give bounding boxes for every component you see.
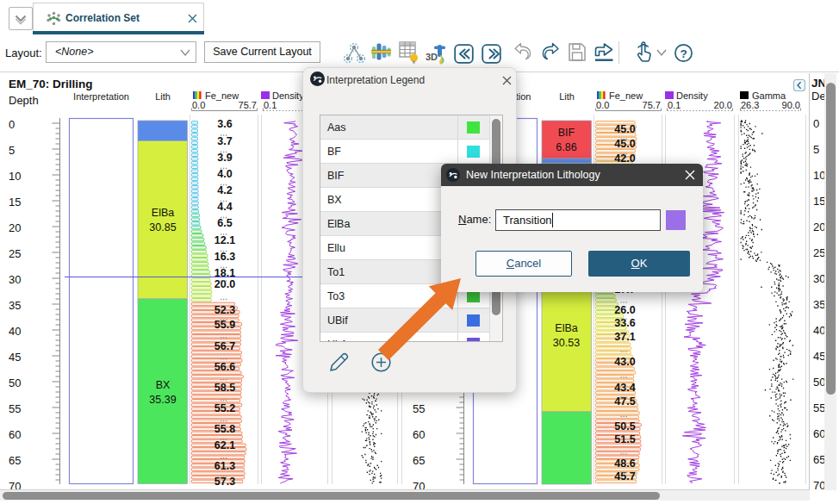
svg-text:0.1: 0.1 <box>668 100 681 110</box>
svg-text:3.6: 3.6 <box>217 118 232 130</box>
svg-text:40: 40 <box>9 325 21 338</box>
svg-text:57.3: 57.3 <box>214 476 235 488</box>
svg-text:90.0: 90.0 <box>782 100 800 110</box>
svg-text:30.85: 30.85 <box>149 221 176 233</box>
svg-text:61.3: 61.3 <box>214 460 235 472</box>
svg-text:Density: Density <box>272 90 304 101</box>
svg-text:58.5: 58.5 <box>214 382 235 394</box>
svg-text:48.6: 48.6 <box>614 457 635 470</box>
svg-text:BIF: BIF <box>558 127 575 139</box>
svg-text:ElBa: ElBa <box>152 207 174 219</box>
svg-text:5: 5 <box>813 143 819 156</box>
svg-text:45.0: 45.0 <box>614 123 635 135</box>
svg-text:52.3: 52.3 <box>214 304 235 316</box>
svg-text:43.4: 43.4 <box>614 382 635 394</box>
svg-text:Fe_new: Fe_new <box>205 90 239 101</box>
svg-text:35: 35 <box>9 299 21 312</box>
svg-text:50: 50 <box>9 376 21 389</box>
svg-text:Lith: Lith <box>155 91 171 102</box>
svg-text:45.7: 45.7 <box>614 470 635 482</box>
svg-text:20.0: 20.0 <box>714 100 732 110</box>
svg-text:0.0: 0.0 <box>192 100 205 110</box>
svg-text:62.1: 62.1 <box>214 439 235 451</box>
svg-text:55: 55 <box>9 402 21 415</box>
svg-text:Fe_new: Fe_new <box>609 90 643 101</box>
svg-text:47.5: 47.5 <box>614 395 635 408</box>
svg-text:65: 65 <box>413 454 425 467</box>
svg-text:BX: BX <box>156 379 171 391</box>
svg-text:56.7: 56.7 <box>214 340 235 352</box>
svg-text:37.1: 37.1 <box>614 331 635 343</box>
svg-text:Depth: Depth <box>9 94 39 107</box>
svg-text:55.9: 55.9 <box>214 319 235 331</box>
svg-text:EM_70: Drilling: EM_70: Drilling <box>9 78 93 90</box>
svg-text:26.0: 26.0 <box>614 304 635 316</box>
svg-text:51.5: 51.5 <box>614 433 635 445</box>
svg-text:4.2: 4.2 <box>217 184 232 196</box>
svg-text:60: 60 <box>9 428 21 441</box>
svg-text:0.1: 0.1 <box>264 100 277 110</box>
svg-text:3D: 3D <box>426 52 438 62</box>
svg-text:35.39: 35.39 <box>149 394 176 406</box>
svg-text:4.4: 4.4 <box>217 201 232 213</box>
svg-text:30: 30 <box>9 273 21 286</box>
svg-text:75.7: 75.7 <box>239 100 257 110</box>
svg-text:3.7: 3.7 <box>217 135 232 147</box>
svg-text:10: 10 <box>9 170 21 183</box>
svg-text:60: 60 <box>413 428 425 441</box>
svg-text:6.86: 6.86 <box>556 141 576 153</box>
svg-text:6.5: 6.5 <box>217 217 232 229</box>
svg-text:25: 25 <box>9 247 21 260</box>
svg-text:3.9: 3.9 <box>217 152 232 164</box>
svg-text:20.0: 20.0 <box>214 278 235 290</box>
svg-text:15: 15 <box>9 196 21 208</box>
svg-text:26.3: 26.3 <box>741 100 759 110</box>
svg-text:0: 0 <box>9 118 15 131</box>
svg-text:75.7: 75.7 <box>643 100 661 110</box>
svg-text:5: 5 <box>9 144 15 157</box>
svg-text:45.0: 45.0 <box>614 138 635 150</box>
svg-text:?: ? <box>680 47 687 60</box>
svg-text:55: 55 <box>413 402 425 415</box>
svg-text:30.53: 30.53 <box>553 337 580 349</box>
svg-text:Lith: Lith <box>559 91 575 102</box>
svg-text:33.6: 33.6 <box>614 317 635 329</box>
svg-text:56.6: 56.6 <box>214 361 235 373</box>
svg-text:4.0: 4.0 <box>217 168 232 180</box>
svg-text:55.8: 55.8 <box>214 423 235 435</box>
svg-text:43.0: 43.0 <box>614 356 635 368</box>
svg-text:65: 65 <box>9 454 21 467</box>
svg-text:ElBa: ElBa <box>555 322 577 334</box>
svg-text:16.3: 16.3 <box>214 251 235 263</box>
svg-text:Density: Density <box>676 90 708 101</box>
svg-text:20: 20 <box>9 221 21 234</box>
svg-text:50.5: 50.5 <box>614 420 635 432</box>
svg-text:Interpretation: Interpretation <box>73 91 129 102</box>
svg-text:12.1: 12.1 <box>214 234 235 246</box>
svg-text:45: 45 <box>9 351 21 364</box>
svg-text:0.0: 0.0 <box>596 100 609 110</box>
svg-text:0: 0 <box>813 117 819 130</box>
svg-text:55.2: 55.2 <box>214 402 235 414</box>
